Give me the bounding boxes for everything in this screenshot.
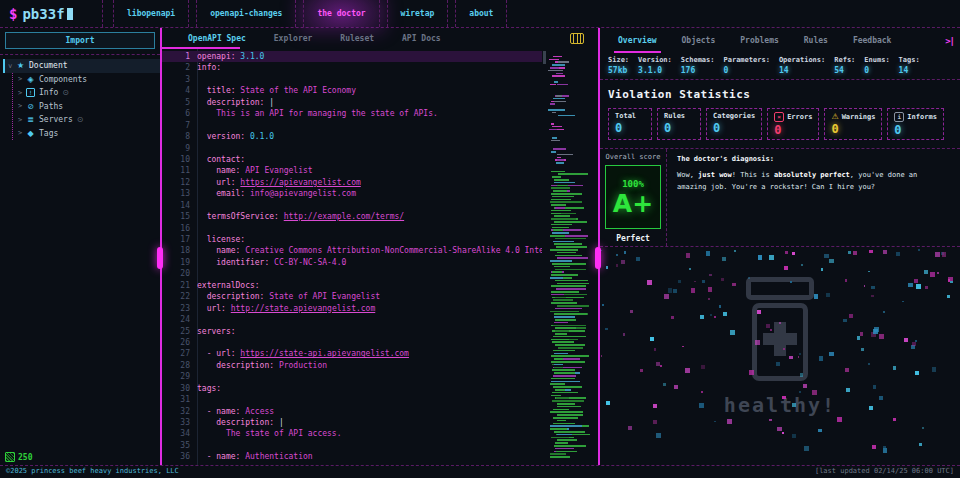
tree-item-paths[interactable]: >⊘Paths — [13, 100, 160, 114]
panel-tab-problems[interactable]: Problems — [740, 28, 779, 53]
stat-label: Tags: — [899, 56, 920, 64]
code-line[interactable]: 36 - name: Authentication — [162, 451, 542, 462]
spec-stats: Size:57kbVersion:3.1.0Schemas:176Paramet… — [600, 53, 960, 80]
code-line[interactable]: 28 description: Production — [162, 360, 542, 371]
code-line[interactable]: 12 url: https://apievangelist.com — [162, 177, 542, 188]
nav-tab-openapi-changes[interactable]: openapi-changes — [196, 0, 296, 27]
editor-tab-ruleset[interactable]: Ruleset — [326, 34, 388, 43]
stat-value: 176 — [681, 66, 715, 75]
code-line[interactable]: 22 description: State of API Evangelist — [162, 291, 542, 302]
violation-label-text: Errors — [787, 113, 812, 121]
stat-label: Size: — [608, 56, 629, 64]
dollar-prompt-icon: $ — [9, 6, 17, 22]
code-line[interactable]: 4 title: State of the API Economy — [162, 85, 542, 96]
code-line[interactable]: 31 — [162, 394, 542, 405]
code-line[interactable]: 17 license: — [162, 234, 542, 245]
copyright-text: ©2025 princess beef heavy industries, LL… — [6, 467, 179, 478]
code-line[interactable]: 8 version: 0.1.0 — [162, 131, 542, 142]
code-line[interactable]: 19 identifier: CC-BY-NC-SA-4.0 — [162, 257, 542, 268]
code-line[interactable]: 9 — [162, 143, 542, 154]
code-editor[interactable]: 1openapi: 3.1.02info:34 title: State of … — [162, 49, 598, 465]
code-line[interactable]: 5 description: | — [162, 97, 542, 108]
editor-tab-api-docs[interactable]: API Docs — [388, 34, 455, 43]
code-line[interactable]: 27 - url: https://state-api.apievangelis… — [162, 348, 542, 359]
violation-label: iInforms — [894, 112, 937, 122]
panel-tab-feedback[interactable]: Feedback — [853, 28, 892, 53]
main-layout: Import >★Document>◈Components>!Info⊙>⊘Pa… — [0, 28, 960, 465]
code-line[interactable]: 3 — [162, 74, 542, 85]
diagnosis-body: Wow, just wow! This is absolutely perfec… — [677, 170, 950, 193]
code-text: name: API Evangelist — [197, 165, 542, 176]
editor-scrollbar[interactable] — [543, 51, 546, 64]
code-line[interactable]: 35 — [162, 440, 542, 451]
line-number: 22 — [162, 291, 197, 302]
tree-item-tags[interactable]: >◆Tags — [13, 127, 160, 141]
code-line[interactable]: 15 termsOfService: http://example.com/te… — [162, 211, 542, 222]
code-text: email: info@apievangelist.com — [197, 188, 542, 199]
code-line[interactable]: 20 — [162, 268, 542, 279]
nav-tab-wiretap[interactable]: wiretap — [387, 0, 449, 27]
editor-tab-explorer[interactable]: Explorer — [260, 34, 327, 43]
panel-resize-handle[interactable] — [595, 247, 601, 269]
stat-operations: Operations:14 — [779, 56, 825, 75]
healthy-art-area: healthy! — [600, 247, 960, 465]
code-line[interactable]: 13 email: info@apievangelist.com — [162, 188, 542, 199]
violation-label: Rules — [664, 112, 694, 120]
code-line[interactable]: 33 description: | — [162, 417, 542, 428]
code-line[interactable]: 2info: — [162, 62, 542, 73]
code-line[interactable]: 18 name: Creative Commons Attribution-No… — [162, 245, 542, 256]
nav-tab-about[interactable]: about — [455, 0, 507, 27]
code-line[interactable]: 24 — [162, 314, 542, 325]
violation-value: 0 — [774, 123, 812, 137]
brand-name: pb33f — [22, 6, 64, 22]
code-line[interactable]: 29 — [162, 371, 542, 382]
code-line[interactable]: 25servers: — [162, 326, 542, 337]
code-line[interactable]: 6 This is an API for managing the state … — [162, 108, 542, 119]
healthy-label: healthy! — [724, 393, 836, 417]
code-line[interactable]: 26 — [162, 337, 542, 348]
tree-item-document[interactable]: >★Document — [3, 59, 160, 73]
line-number: 34 — [162, 428, 197, 439]
violation-box-categories: Categories0 — [706, 108, 762, 140]
tree-item-info[interactable]: >!Info⊙ — [13, 86, 160, 100]
nav-tab-libopenapi[interactable]: libopenapi — [113, 0, 189, 27]
counter-icon — [5, 452, 15, 462]
code-line[interactable]: 16 — [162, 223, 542, 234]
code-text — [197, 440, 542, 451]
code-text: - name: Authentication — [197, 451, 542, 462]
import-button[interactable]: Import — [5, 32, 155, 49]
code-line[interactable]: 1openapi: 3.1.0 — [162, 51, 542, 62]
code-line[interactable]: 21externalDocs: — [162, 280, 542, 291]
line-number: 1 — [162, 51, 197, 62]
code-line[interactable]: 10 contact: — [162, 154, 542, 165]
minimap[interactable] — [548, 51, 590, 463]
collapse-panel-icon[interactable]: >| — [945, 36, 954, 46]
panel-tab-objects[interactable]: Objects — [682, 28, 716, 53]
editor-tab-openapi-spec[interactable]: OpenAPI Spec — [174, 34, 260, 43]
code-text — [197, 120, 542, 131]
bottle-body — [752, 303, 808, 381]
columns-layout-icon[interactable] — [570, 33, 584, 44]
nav-tab-the-doctor[interactable]: the doctor — [303, 0, 379, 27]
code-text: name: Creative Commons Attribution-NonCo… — [197, 245, 542, 256]
stat-label: Operations: — [779, 56, 825, 64]
violation-value: 0 — [664, 121, 694, 135]
info-icon: i — [894, 112, 904, 122]
diagnosis-title: The doctor's diagnosis: — [677, 155, 950, 163]
code-line[interactable]: 7 — [162, 120, 542, 131]
nav-tabs: libopenapiopenapi-changesthe doctorwiret… — [113, 0, 507, 27]
panel-tab-overview[interactable]: Overview — [618, 28, 657, 53]
line-number: 8 — [162, 131, 197, 142]
code-line[interactable]: 32 - name: Access — [162, 406, 542, 417]
code-line[interactable]: 30tags: — [162, 383, 542, 394]
sidebar-resize-handle[interactable] — [157, 247, 163, 269]
tree-item-label: Components — [39, 75, 87, 84]
code-line[interactable]: 14 — [162, 200, 542, 211]
panel-tab-rules[interactable]: Rules — [804, 28, 828, 53]
code-line[interactable]: 11 name: API Evangelist — [162, 165, 542, 176]
tree-item-servers[interactable]: >≣Servers⊙ — [13, 113, 160, 127]
brand-logo[interactable]: $ pb33f — [0, 0, 103, 27]
code-line[interactable]: 34 The state of API access. — [162, 428, 542, 439]
code-line[interactable]: 23 url: http://state.apievangelist.com — [162, 303, 542, 314]
tree-item-components[interactable]: >◈Components — [13, 73, 160, 87]
